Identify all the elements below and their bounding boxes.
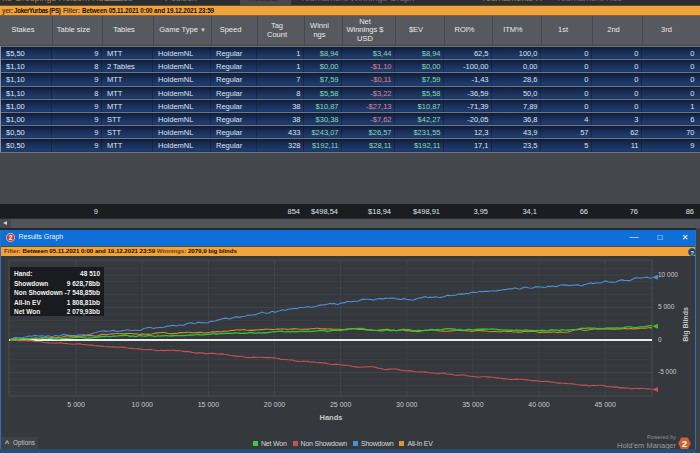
svg-text:2: 2 <box>9 234 13 241</box>
svg-text:2: 2 <box>682 439 687 449</box>
